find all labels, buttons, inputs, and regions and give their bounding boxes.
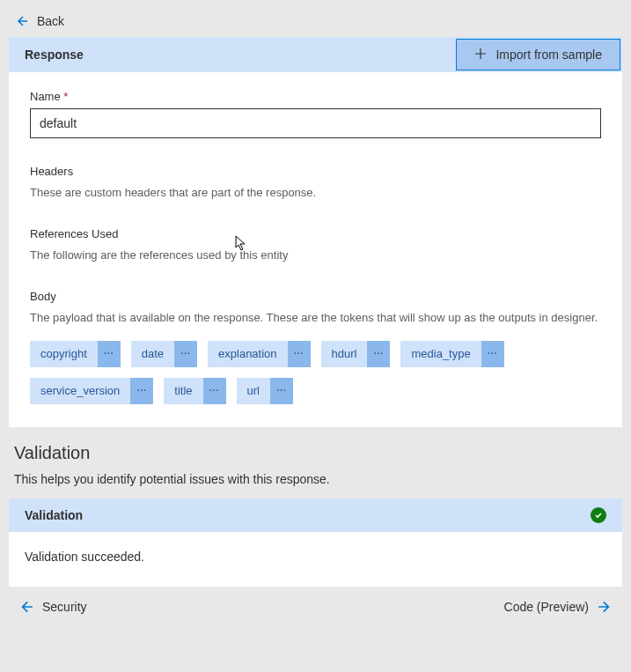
prev-label: Security [42, 600, 87, 614]
token-label: date [131, 341, 174, 367]
body-desc: The payload that is available on the res… [30, 310, 601, 326]
check-circle-icon [591, 507, 606, 523]
tokens-container: copyright···date···explanation···hdurl··… [30, 341, 601, 404]
token-label: service_version [30, 378, 130, 404]
headers-section: Headers These are custom headers that ar… [30, 165, 601, 201]
token-title[interactable]: title··· [164, 378, 225, 404]
token-label: title [164, 378, 202, 404]
import-from-sample-button[interactable]: Import from sample [456, 39, 620, 70]
token-label: copyright [30, 341, 98, 367]
prev-link-security[interactable]: Security [18, 599, 87, 615]
ellipsis-icon[interactable]: ··· [270, 378, 293, 404]
token-service_version[interactable]: service_version··· [30, 378, 153, 404]
plus-icon [474, 48, 487, 63]
ellipsis-icon[interactable]: ··· [367, 341, 390, 367]
ellipsis-icon[interactable]: ··· [130, 378, 153, 404]
token-hdurl[interactable]: hdurl··· [321, 341, 391, 367]
validation-heading: Validation [9, 443, 622, 463]
arrow-left-icon [18, 599, 33, 615]
token-label: hdurl [321, 341, 368, 367]
ellipsis-icon[interactable]: ··· [174, 341, 197, 367]
arrow-left-icon [14, 14, 28, 28]
token-media_type[interactable]: media_type··· [400, 341, 503, 367]
validation-message: Validation succeeded. [9, 532, 622, 587]
name-input[interactable] [30, 108, 601, 138]
next-link-code-preview[interactable]: Code (Preview) [504, 599, 613, 615]
token-explanation[interactable]: explanation··· [208, 341, 311, 367]
token-label: media_type [400, 341, 481, 367]
validation-panel-header[interactable]: Validation [9, 498, 622, 532]
back-label: Back [37, 14, 64, 28]
headers-desc: These are custom headers that are part o… [30, 185, 601, 201]
body-title: Body [30, 290, 601, 303]
token-copyright[interactable]: copyright··· [30, 341, 121, 367]
footer-nav: Security Code (Preview) [9, 587, 622, 620]
panel-title: Response [25, 48, 84, 62]
headers-title: Headers [30, 165, 601, 178]
ellipsis-icon[interactable]: ··· [481, 341, 504, 367]
token-url[interactable]: url··· [237, 378, 293, 404]
token-label: url [237, 378, 270, 404]
response-panel-header: Response Import from sample [9, 37, 622, 72]
validation-sub: This helps you identify potential issues… [9, 472, 622, 486]
response-panel-body: Name * Headers These are custom headers … [9, 72, 622, 427]
references-section: References Used The following are the re… [30, 227, 601, 263]
validation-panel-title: Validation [25, 508, 83, 522]
ellipsis-icon[interactable]: ··· [203, 378, 226, 404]
validation-panel: Validation Validation succeeded. [9, 498, 622, 587]
token-date[interactable]: date··· [131, 341, 197, 367]
body-section: Body The payload that is available on th… [30, 290, 601, 403]
back-link[interactable]: Back [9, 9, 622, 37]
references-desc: The following are the references used by… [30, 247, 601, 263]
ellipsis-icon[interactable]: ··· [288, 341, 311, 367]
references-title: References Used [30, 227, 601, 240]
next-label: Code (Preview) [504, 600, 589, 614]
import-label: Import from sample [495, 48, 602, 62]
response-panel: Response Import from sample Name * Heade… [9, 37, 622, 427]
name-label: Name * [30, 90, 601, 103]
token-label: explanation [208, 341, 288, 367]
arrow-right-icon [598, 599, 613, 615]
ellipsis-icon[interactable]: ··· [98, 341, 121, 367]
required-mark: * [63, 90, 68, 103]
